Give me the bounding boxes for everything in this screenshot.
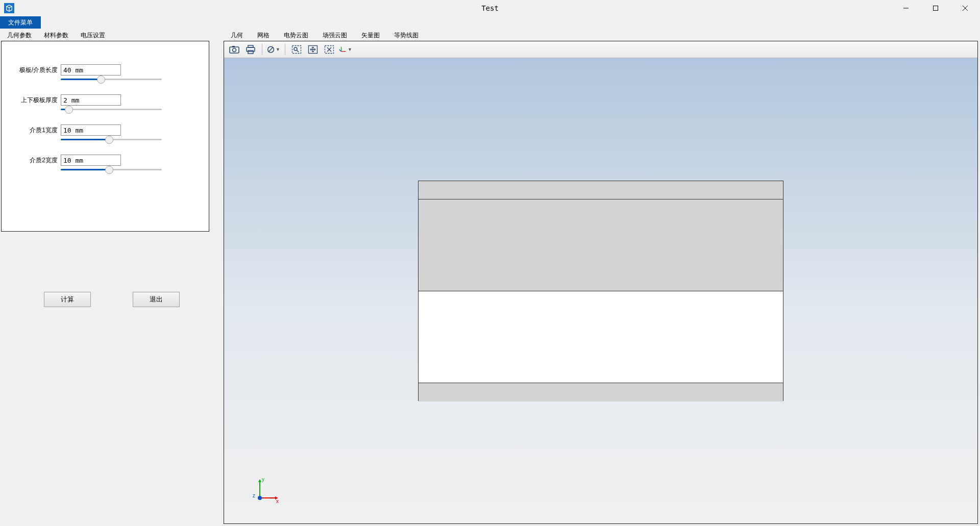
svg-line-11 xyxy=(297,51,299,53)
svg-marker-18 xyxy=(258,479,261,482)
toolbar-separator xyxy=(262,44,262,55)
app-icon xyxy=(4,3,14,13)
tab-potential-contour[interactable]: 电势云图 xyxy=(277,30,315,41)
param-diel2-width-row: 介质2宽度 xyxy=(12,155,199,166)
param-diel2-width-slider[interactable] xyxy=(61,169,162,170)
caret-down-icon: ▼ xyxy=(348,47,352,52)
param-plate-length-label: 极板/介质长度 xyxy=(12,66,58,74)
caret-down-icon: ▼ xyxy=(276,47,280,52)
forbid-dropdown[interactable]: ▼ xyxy=(266,43,281,56)
bottom-plate xyxy=(419,383,783,402)
param-plate-length-input[interactable] xyxy=(61,64,121,76)
svg-point-2 xyxy=(233,48,236,52)
tab-mesh[interactable]: 网格 xyxy=(250,30,277,41)
top-plate xyxy=(419,181,783,199)
exit-button[interactable]: 退出 xyxy=(133,292,180,307)
svg-rect-0 xyxy=(934,6,938,11)
param-tabs: 几何参数 材料参数 电压设置 xyxy=(1,30,209,41)
window-title: Test xyxy=(481,4,499,12)
param-plate-length-slider[interactable] xyxy=(61,79,162,80)
menubar: 文件菜单 xyxy=(0,16,980,29)
param-diel1-width-label: 介质1宽度 xyxy=(12,126,58,135)
param-diel1-width-row: 介质1宽度 xyxy=(12,124,199,136)
select-cross-icon[interactable] xyxy=(322,43,336,56)
dielectric-2 xyxy=(419,291,783,383)
param-plate-thickness-input[interactable] xyxy=(61,94,121,106)
svg-rect-6 xyxy=(248,51,253,54)
tab-field-contour[interactable]: 场强云图 xyxy=(315,30,354,41)
window-controls xyxy=(891,0,980,16)
axis-y-label: y xyxy=(262,477,264,482)
svg-point-10 xyxy=(294,47,297,51)
action-buttons: 计算 退出 xyxy=(1,292,209,307)
toolbar-separator xyxy=(285,44,285,55)
viewer-canvas[interactable]: y x z xyxy=(224,58,977,523)
param-plate-thickness-label: 上下极板厚度 xyxy=(12,96,58,105)
maximize-button[interactable] xyxy=(921,0,950,16)
param-diel2-width-label: 介质2宽度 xyxy=(12,156,58,165)
axis-z-label: z xyxy=(253,493,255,498)
param-diel1-width-input[interactable] xyxy=(61,124,121,136)
axes-dropdown[interactable]: ▼ xyxy=(338,43,353,56)
param-plate-length-row: 极板/介质长度 xyxy=(12,64,199,76)
svg-line-8 xyxy=(268,47,273,52)
content-area: 几何参数 材料参数 电压设置 极板/介质长度 上下极板厚度 xyxy=(0,29,980,526)
tab-isolines[interactable]: 等势线图 xyxy=(387,30,426,41)
tab-voltage-settings[interactable]: 电压设置 xyxy=(75,30,111,41)
minimize-button[interactable] xyxy=(891,0,921,16)
menu-file[interactable]: 文件菜单 xyxy=(0,16,41,29)
left-panel: 几何参数 材料参数 电压设置 极板/介质长度 上下极板厚度 xyxy=(1,30,209,524)
zoom-box-icon[interactable] xyxy=(289,43,304,56)
tab-material-params[interactable]: 材料参数 xyxy=(38,30,75,41)
view-tabs: 几何 网格 电势云图 场强云图 矢量图 等势线图 xyxy=(224,30,978,41)
viewer-frame: ▼ ▼ xyxy=(224,41,978,524)
svg-rect-3 xyxy=(232,46,235,47)
svg-rect-9 xyxy=(292,46,301,54)
param-panel: 极板/介质长度 上下极板厚度 介质1宽度 xyxy=(1,41,209,232)
tab-vector[interactable]: 矢量图 xyxy=(354,30,387,41)
param-diel2-width-input[interactable] xyxy=(61,155,121,166)
tab-geometry[interactable]: 几何 xyxy=(224,30,250,41)
dielectric-1 xyxy=(419,199,783,291)
param-plate-thickness-slider[interactable] xyxy=(61,109,162,110)
app-window: Test 文件菜单 几何参数 材料参数 电压设置 极板/介质长 xyxy=(0,0,980,526)
right-panel: 几何 网格 电势云图 场强云图 矢量图 等势线图 xyxy=(224,30,978,524)
geometry-model xyxy=(418,181,783,401)
svg-point-21 xyxy=(258,496,262,500)
tab-geometry-params[interactable]: 几何参数 xyxy=(1,30,38,41)
compute-button[interactable]: 计算 xyxy=(44,292,91,307)
axes-triad-icon: y x z xyxy=(250,475,280,506)
fit-view-icon[interactable] xyxy=(306,43,320,56)
viewer-toolbar: ▼ ▼ xyxy=(224,41,977,58)
close-button[interactable] xyxy=(950,0,980,16)
camera-icon[interactable] xyxy=(227,43,241,56)
axis-x-label: x xyxy=(276,498,279,504)
titlebar: Test xyxy=(0,0,980,16)
param-plate-thickness-row: 上下极板厚度 xyxy=(12,94,199,106)
print-icon[interactable] xyxy=(243,43,258,56)
param-diel1-width-slider[interactable] xyxy=(61,139,162,140)
